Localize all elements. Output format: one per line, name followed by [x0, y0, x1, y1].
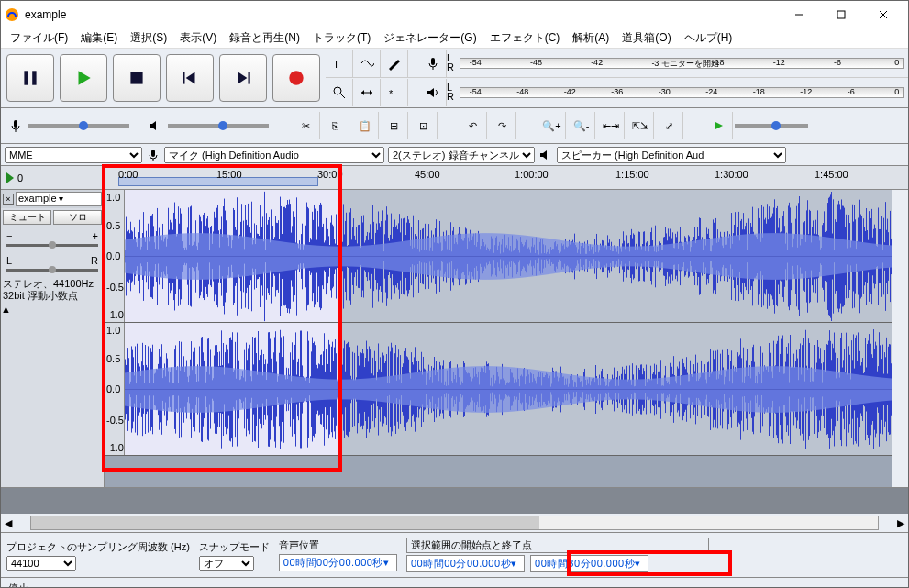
- recording-device-select[interactable]: マイク (High Definition Audio: [164, 147, 384, 163]
- zoom-out-button[interactable]: 🔍-: [568, 112, 595, 139]
- svg-point-0: [6, 8, 18, 21]
- toolbar-area: I LR -54-48-42-3 モニターを開始-18-12-60 * LR -…: [1, 49, 908, 108]
- recording-volume-slider[interactable]: [28, 124, 129, 128]
- svg-rect-5: [24, 71, 28, 84]
- track-close-button[interactable]: ×: [3, 194, 14, 205]
- playback-volume-slider[interactable]: [168, 124, 269, 128]
- mute-button[interactable]: ミュート: [3, 210, 51, 225]
- skip-start-button[interactable]: [166, 54, 214, 102]
- menu-edit[interactable]: 編集(E): [75, 28, 123, 48]
- menu-file[interactable]: ファイル(F): [5, 28, 73, 48]
- skip-end-button[interactable]: [219, 54, 267, 102]
- silence-button[interactable]: ⊡: [410, 112, 438, 139]
- record-button[interactable]: [272, 54, 320, 102]
- zoom-in-button[interactable]: 🔍+: [538, 112, 566, 139]
- ruler-tick: 0:00: [118, 169, 138, 180]
- svg-marker-25: [715, 122, 723, 129]
- recording-meter[interactable]: -54-48-42-3 モニターを開始-18-12-60: [456, 58, 908, 69]
- cut-button[interactable]: ✂: [293, 112, 320, 139]
- svg-rect-12: [249, 72, 250, 83]
- transport-toolbar: [1, 49, 326, 107]
- menu-tracks[interactable]: トラック(T): [307, 28, 376, 48]
- zoom-tool[interactable]: [326, 79, 353, 106]
- pause-button[interactable]: [6, 54, 54, 102]
- play-speed-slider[interactable]: [735, 124, 808, 128]
- audio-position-label: 音声位置: [279, 538, 397, 552]
- track-menu-dropdown[interactable]: example ▾: [16, 192, 102, 206]
- ruler-tick: 15:00: [216, 169, 242, 180]
- undo-button[interactable]: ↶: [460, 112, 487, 139]
- menu-transport[interactable]: 録音と再生(N): [224, 28, 305, 48]
- play-button[interactable]: [60, 54, 107, 102]
- snap-select[interactable]: オフ: [199, 556, 254, 571]
- selection-label[interactable]: 選択範囲の開始点と終了点: [406, 538, 709, 553]
- svg-rect-23: [14, 120, 17, 128]
- svg-marker-24: [150, 121, 156, 130]
- playback-meter[interactable]: -54-48-42-36-30-24-18-12-60: [456, 87, 908, 98]
- paste-button[interactable]: 📋: [351, 112, 379, 139]
- menu-help[interactable]: ヘルプ(H): [679, 28, 738, 48]
- snap-label: スナップモード: [199, 540, 270, 554]
- statusbar: 停止。: [1, 578, 908, 588]
- svg-line-17: [340, 94, 345, 98]
- svg-marker-10: [186, 72, 195, 83]
- selection-tool[interactable]: I: [326, 50, 353, 77]
- vertical-scrollbar[interactable]: [892, 190, 908, 487]
- svg-rect-6: [32, 71, 36, 84]
- selection-end-value[interactable]: 00時間30分00.000秒▾: [530, 555, 648, 572]
- track-pan-slider[interactable]: [6, 269, 98, 272]
- zoom-toggle-button[interactable]: ⤢: [656, 112, 683, 139]
- ruler-tick: 45:00: [415, 169, 440, 180]
- ruler-tick: 1:30:00: [715, 169, 748, 180]
- menu-effect[interactable]: エフェクト(C): [484, 28, 566, 48]
- waveform-channel-right[interactable]: 1.00.50.0-0.5-1.0: [105, 323, 892, 456]
- speaker-icon: [419, 79, 447, 106]
- selection-start-value[interactable]: 00時間00分00.000秒▾: [406, 555, 525, 572]
- multi-tool[interactable]: *: [381, 79, 408, 106]
- close-button[interactable]: [862, 1, 904, 28]
- window-title: example: [25, 8, 778, 21]
- playback-device-select[interactable]: スピーカー (High Definition Aud: [557, 147, 786, 163]
- solo-button[interactable]: ソロ: [53, 210, 102, 225]
- minimize-button[interactable]: [778, 1, 820, 28]
- svg-point-16: [334, 87, 341, 94]
- horizontal-scrollbar[interactable]: [30, 516, 879, 530]
- ruler-tick: 1:15:00: [615, 169, 649, 180]
- menu-view[interactable]: 表示(V): [174, 28, 222, 48]
- track-format-info: ステレオ、44100Hz 32bit 浮動小数点: [1, 276, 104, 304]
- menu-analyze[interactable]: 解析(A): [567, 28, 615, 48]
- menu-tools[interactable]: 道具箱(O): [616, 28, 676, 48]
- device-toolbar: MME マイク (High Definition Audio 2(ステレオ) 録…: [1, 144, 908, 166]
- play-at-speed-button[interactable]: [705, 112, 733, 139]
- fit-project-button[interactable]: ⇱⇲: [626, 112, 654, 139]
- menubar: ファイル(F) 編集(E) 選択(S) 表示(V) 録音と再生(N) トラック(…: [1, 28, 908, 49]
- svg-rect-26: [151, 150, 155, 157]
- draw-tool[interactable]: [381, 50, 408, 77]
- audio-host-select[interactable]: MME: [5, 147, 142, 163]
- timeshift-tool[interactable]: [353, 79, 381, 106]
- waveform-panel[interactable]: 1.00.50.0-0.5-1.0 1.00.50.0-0.5-1.0: [105, 190, 892, 487]
- menu-select[interactable]: 選択(S): [125, 28, 172, 48]
- stop-button[interactable]: [113, 54, 161, 102]
- timeline-start-value: 0: [17, 172, 23, 183]
- svg-text:*: *: [389, 88, 394, 99]
- project-rate-select[interactable]: 44100: [6, 556, 76, 571]
- envelope-tool[interactable]: [353, 50, 381, 77]
- redo-button[interactable]: ↷: [489, 112, 516, 139]
- svg-marker-27: [540, 150, 547, 160]
- recording-channels-select[interactable]: 2(ステレオ) 録音チャンネル: [388, 147, 535, 163]
- audio-position-value[interactable]: 00時間00分00.000秒▾: [279, 554, 397, 571]
- track-collapse-button[interactable]: ▲: [1, 304, 104, 487]
- waveform-channel-left[interactable]: 1.00.50.0-0.5-1.0: [105, 190, 892, 323]
- svg-marker-19: [361, 90, 364, 95]
- svg-marker-20: [370, 90, 372, 95]
- playhead-marker: [6, 172, 14, 183]
- copy-button[interactable]: ⎘: [322, 112, 349, 139]
- timeline-ruler[interactable]: 0 0:0015:0030:0045:001:00:001:15:001:30:…: [1, 166, 908, 190]
- track-gain-slider[interactable]: [6, 244, 98, 247]
- maximize-button[interactable]: [820, 1, 862, 28]
- menu-generate[interactable]: ジェネレーター(G): [378, 28, 482, 48]
- svg-marker-11: [238, 72, 248, 83]
- trim-button[interactable]: ⊟: [381, 112, 408, 139]
- fit-selection-button[interactable]: ⇤⇥: [597, 112, 625, 139]
